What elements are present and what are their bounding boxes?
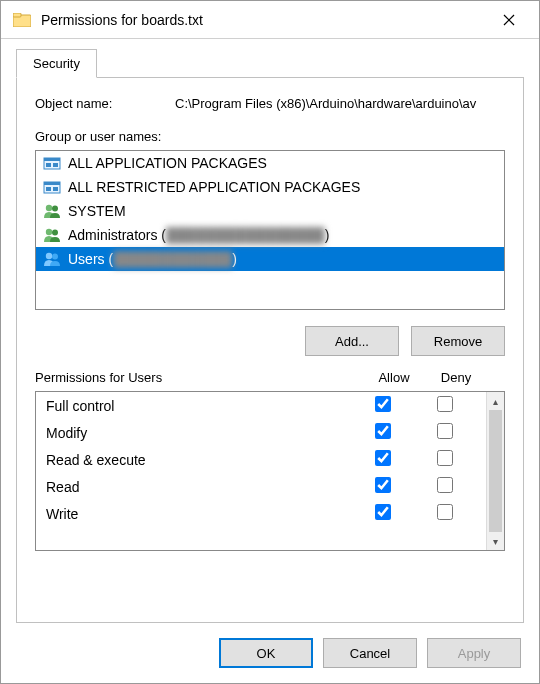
allow-checkbox[interactable] — [375, 450, 391, 466]
dialog-body: Security Object name: C:\Program Files (… — [1, 39, 539, 623]
permissions-for-label: Permissions for Users — [35, 370, 363, 385]
users-icon — [42, 250, 62, 268]
permission-row: Read — [36, 473, 486, 500]
object-name-row: Object name: C:\Program Files (x86)\Ardu… — [35, 96, 505, 111]
permission-name: Read — [46, 479, 352, 495]
list-item[interactable]: SYSTEM — [36, 199, 504, 223]
svg-point-15 — [52, 230, 58, 236]
principal-name: Administrators ( — [68, 227, 166, 243]
list-item[interactable]: ALL APPLICATION PACKAGES — [36, 151, 504, 175]
allow-checkbox[interactable] — [375, 396, 391, 412]
package-icon — [42, 178, 62, 196]
users-icon — [42, 226, 62, 244]
permission-name: Read & execute — [46, 452, 352, 468]
scroll-up-icon[interactable]: ▴ — [487, 392, 504, 410]
close-icon — [503, 14, 515, 26]
deny-checkbox[interactable] — [437, 423, 453, 439]
svg-point-17 — [52, 254, 58, 260]
cancel-button[interactable]: Cancel — [323, 638, 417, 668]
principal-buttons: Add... Remove — [35, 326, 505, 356]
scrollbar-thumb[interactable] — [489, 410, 502, 532]
principal-name: ALL RESTRICTED APPLICATION PACKAGES — [68, 179, 360, 195]
permission-row: Full control — [36, 392, 486, 419]
close-button[interactable] — [489, 5, 529, 35]
permission-row: Modify — [36, 419, 486, 446]
titlebar: Permissions for boards.txt — [1, 1, 539, 39]
allow-checkbox[interactable] — [375, 477, 391, 493]
svg-rect-10 — [46, 187, 51, 191]
permission-name: Full control — [46, 398, 352, 414]
deny-checkbox[interactable] — [437, 450, 453, 466]
folder-icon — [13, 11, 31, 29]
users-icon — [42, 202, 62, 220]
deny-checkbox[interactable] — [437, 504, 453, 520]
window-title: Permissions for boards.txt — [41, 12, 489, 28]
principal-name: Users ( — [68, 251, 113, 267]
list-item[interactable]: Users (████████████) — [36, 247, 504, 271]
deny-checkbox[interactable] — [437, 477, 453, 493]
dialog-footer: OK Cancel Apply — [1, 623, 539, 683]
principals-list[interactable]: ALL APPLICATION PACKAGESALL RESTRICTED A… — [35, 150, 505, 310]
allow-checkbox[interactable] — [375, 423, 391, 439]
redacted-text: ████████████████ — [166, 227, 325, 243]
principal-name: SYSTEM — [68, 203, 126, 219]
allow-checkbox[interactable] — [375, 504, 391, 520]
object-name-value: C:\Program Files (x86)\Arduino\hardware\… — [175, 96, 505, 111]
apply-button[interactable]: Apply — [427, 638, 521, 668]
add-button[interactable]: Add... — [305, 326, 399, 356]
deny-column-header: Deny — [425, 370, 487, 385]
svg-rect-11 — [53, 187, 58, 191]
list-item[interactable]: ALL RESTRICTED APPLICATION PACKAGES — [36, 175, 504, 199]
permission-row: Write — [36, 500, 486, 527]
list-item[interactable]: Administrators (████████████████) — [36, 223, 504, 247]
svg-rect-5 — [44, 158, 60, 161]
permissions-list: Full controlModifyRead & executeReadWrit… — [35, 391, 505, 551]
svg-point-12 — [46, 205, 52, 211]
permissions-header: Permissions for Users Allow Deny — [35, 370, 505, 385]
permissions-dialog: Permissions for boards.txt Security Obje… — [0, 0, 540, 684]
svg-rect-1 — [13, 13, 21, 17]
allow-column-header: Allow — [363, 370, 425, 385]
package-icon — [42, 154, 62, 172]
svg-rect-6 — [46, 163, 51, 167]
svg-point-16 — [46, 253, 52, 259]
principal-name: ALL APPLICATION PACKAGES — [68, 155, 267, 171]
groups-label: Group or user names: — [35, 129, 505, 144]
svg-rect-9 — [44, 182, 60, 185]
scrollbar-vertical[interactable]: ▴ ▾ — [486, 392, 504, 550]
permission-row: Read & execute — [36, 446, 486, 473]
object-name-label: Object name: — [35, 96, 175, 111]
deny-checkbox[interactable] — [437, 396, 453, 412]
ok-button[interactable]: OK — [219, 638, 313, 668]
tab-panel-security: Object name: C:\Program Files (x86)\Ardu… — [16, 77, 524, 623]
svg-rect-7 — [53, 163, 58, 167]
permissions-scroll: Full controlModifyRead & executeReadWrit… — [36, 392, 486, 550]
permission-name: Write — [46, 506, 352, 522]
remove-button[interactable]: Remove — [411, 326, 505, 356]
svg-point-14 — [46, 229, 52, 235]
scroll-down-icon[interactable]: ▾ — [487, 532, 504, 550]
tabstrip: Security — [16, 49, 524, 78]
permission-name: Modify — [46, 425, 352, 441]
svg-point-13 — [52, 206, 58, 212]
tab-security[interactable]: Security — [16, 49, 97, 78]
redacted-text: ████████████ — [113, 251, 232, 267]
